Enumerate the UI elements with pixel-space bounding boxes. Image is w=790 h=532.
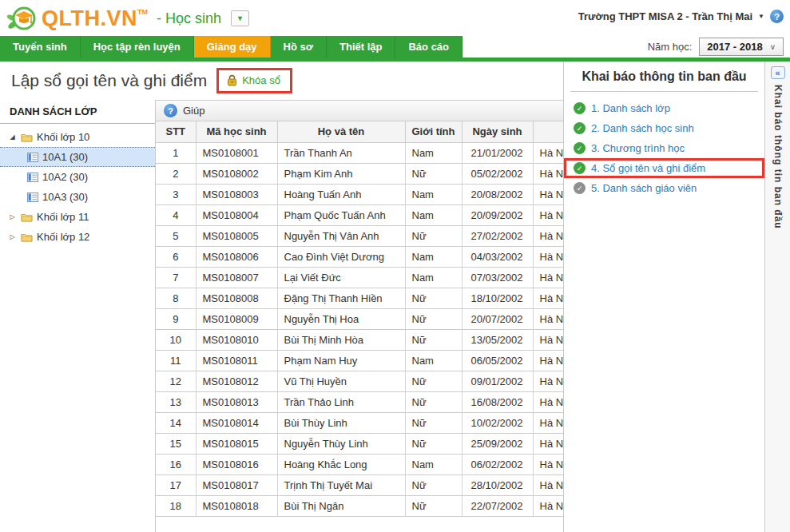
cell-stt: 1 — [156, 142, 196, 163]
nav-tab[interactable]: Hồ sơ — [271, 36, 327, 58]
cell-full-name: Đặng Thị Thanh Hiền — [277, 288, 405, 308]
col-header-birth-place — [533, 121, 563, 142]
tree-folder-label: Khối lớp 12 — [37, 231, 89, 243]
tree-class-item[interactable]: 10A2 (30) — [0, 167, 155, 187]
nav-tab[interactable]: Báo cáo — [395, 36, 462, 58]
school-year-select[interactable]: 2017 - 2018 ∨ — [699, 38, 784, 56]
setup-step-item[interactable]: ✓ 3. Chương trình học — [564, 138, 764, 158]
caret-down-icon[interactable]: ▼ — [758, 13, 764, 20]
help-icon[interactable]: ? — [770, 10, 784, 23]
main-area: Lập sổ gọi tên và ghi điểm Khóa sổ — [0, 62, 790, 532]
account-name[interactable]: Trường THPT MISA 2 - Trần Thị Mai — [578, 10, 752, 22]
table-header: STT Mã học sinh Họ và tên Giới tính Ngày… — [156, 121, 563, 142]
cell-gender: Nữ — [405, 163, 462, 184]
school-year-value: 2017 - 2018 — [707, 41, 762, 53]
lock-register-button[interactable]: Khóa sổ — [227, 74, 280, 86]
cell-birth-place: Hà Nội — [533, 350, 563, 371]
cell-birth-date: 20/07/2002 — [462, 308, 533, 329]
tree-class-item[interactable]: 10A3 (30) — [0, 187, 155, 207]
cell-full-name: Nguyễn Thị Hoa — [277, 308, 405, 329]
steps-list: ✓ 1. Danh sách lớp ✓ 2. Danh sách học si… — [564, 98, 764, 198]
cell-birth-date: 10/02/2002 — [462, 412, 533, 433]
setup-step-item[interactable]: ✓ 5. Danh sách giáo viên — [564, 178, 764, 198]
setup-step-item[interactable]: ✓ 2. Danh sách học sinh — [564, 118, 764, 138]
student-row[interactable]: 8 MS0108008 Đặng Thị Thanh Hiền Nữ 18/10… — [156, 288, 563, 308]
cell-gender: Nữ — [405, 288, 462, 308]
cell-full-name: Trịnh Thị Tuyết Mai — [277, 474, 405, 495]
cell-stt: 17 — [156, 474, 196, 495]
page-title: Lập sổ gọi tên và ghi điểm — [11, 71, 207, 90]
vertical-panel-tab[interactable]: Khai báo thông tin ban đầu — [772, 85, 784, 229]
class-list-icon — [27, 173, 38, 182]
cell-birth-place: Hà Nội — [533, 371, 563, 391]
tree-class-item[interactable]: 10A1 (30) — [0, 147, 155, 167]
help-link[interactable]: Giúp — [183, 105, 204, 117]
student-row[interactable]: 11 MS0108011 Phạm Nam Huy Nam 06/05/2002… — [156, 350, 563, 371]
logo-tm: TM — [137, 8, 148, 16]
sidebar-title: DANH SÁCH LỚP — [0, 100, 155, 124]
cell-full-name: Bùi Thị Ngân — [277, 495, 405, 516]
tree-toggle-icon[interactable]: ▷ — [8, 233, 17, 240]
check-icon: ✓ — [574, 122, 586, 134]
student-row[interactable]: 9 MS0108009 Nguyễn Thị Hoa Nữ 20/07/2002… — [156, 308, 563, 329]
student-row[interactable]: 18 MS0108018 Bùi Thị Ngân Nữ 22/07/2002 … — [156, 495, 563, 516]
cell-gender: Nam — [405, 267, 462, 288]
cell-gender: Nữ — [405, 412, 462, 433]
cell-birth-date: 21/01/2002 — [462, 142, 533, 163]
nav-tab[interactable]: Học tập rèn luyện — [81, 36, 194, 58]
nav-tab[interactable]: Thiết lập — [327, 36, 395, 58]
account-area: Trường THPT MISA 2 - Trần Thị Mai ▼ ? — [578, 10, 784, 23]
cell-gender: Nữ — [405, 308, 462, 329]
student-row[interactable]: 5 MS0108005 Nguyễn Thị Vân Anh Nữ 27/02/… — [156, 225, 563, 246]
cell-gender: Nam — [405, 454, 462, 474]
nav-tab[interactable]: Giảng dạy — [194, 36, 271, 58]
cell-birth-date: 16/08/2002 — [462, 391, 533, 412]
tree-toggle-icon[interactable]: ◢ — [8, 133, 17, 141]
setup-step-item[interactable]: ✓ 4. Sổ gọi tên và ghi điểm — [564, 158, 764, 178]
main-navbar: Tuyển sinh Học tập rèn luyện Giảng dạy H… — [0, 36, 790, 62]
student-row[interactable]: 14 MS0108014 Bùi Thùy Linh Nữ 10/02/2002… — [156, 412, 563, 433]
student-row[interactable]: 15 MS0108015 Nguyễn Thùy Linh Nữ 25/09/2… — [156, 433, 563, 454]
student-row[interactable]: 12 MS0108012 Vũ Thị Huyền Nữ 09/01/2002 … — [156, 371, 563, 391]
cell-student-id: MS0108004 — [196, 204, 277, 225]
collapse-panel-button[interactable]: « — [771, 66, 785, 79]
cell-birth-place: Hà Nội — [533, 433, 563, 454]
tree-folder-label: Khối lớp 11 — [37, 211, 89, 223]
student-row[interactable]: 13 MS0108013 Trần Thảo Linh Nữ 16/08/200… — [156, 391, 563, 412]
student-row[interactable]: 10 MS0108010 Bùi Thị Minh Hòa Nữ 13/05/2… — [156, 329, 563, 350]
student-row[interactable]: 7 MS0108007 Lại Viết Đức Nam 07/03/2002 … — [156, 267, 563, 288]
student-row[interactable]: 6 MS0108006 Cao Đình Việt Dương Nam 04/0… — [156, 246, 563, 267]
student-row[interactable]: 1 MS0108001 Trần Thanh An Nam 21/01/2002… — [156, 142, 563, 163]
setup-step-label: 3. Chương trình học — [591, 142, 685, 154]
student-row[interactable]: 16 MS0108016 Hoàng Khắc Long Nam 06/02/2… — [156, 454, 563, 474]
nav-tab[interactable]: Tuyển sinh — [0, 36, 81, 58]
student-row[interactable]: 17 MS0108017 Trịnh Thị Tuyết Mai Nữ 28/1… — [156, 474, 563, 495]
cell-student-id: MS0108016 — [196, 454, 277, 474]
tree-class-label: 10A1 (30) — [42, 151, 88, 163]
tree-folder-item[interactable]: ▷ Khối lớp 12 — [0, 227, 155, 247]
student-row[interactable]: 2 MS0108002 Phạm Kim Anh Nữ 05/02/2002 H… — [156, 163, 563, 184]
tree-folder-item[interactable]: ▷ Khối lớp 11 — [0, 207, 155, 227]
cell-birth-date: 06/05/2002 — [462, 350, 533, 371]
cell-birth-date: 27/02/2002 — [462, 225, 533, 246]
cell-birth-place: Hà Nội — [533, 495, 563, 516]
cell-stt: 13 — [156, 391, 196, 412]
cell-gender: Nữ — [405, 495, 462, 516]
setup-step-item[interactable]: ✓ 1. Danh sách lớp — [564, 98, 764, 118]
cell-birth-place: Hà Nội — [533, 474, 563, 495]
cell-full-name: Trần Thanh An — [277, 142, 405, 163]
module-scope-dropdown[interactable]: ▼ — [231, 10, 249, 26]
cell-birth-date: 22/07/2002 — [462, 495, 533, 516]
cell-birth-date: 28/10/2002 — [462, 474, 533, 495]
tree-toggle-icon[interactable]: ▷ — [8, 213, 17, 220]
cell-stt: 7 — [156, 267, 196, 288]
help-toolbar: ? Giúp — [156, 100, 563, 121]
cell-full-name: Hoàng Khắc Long — [277, 454, 405, 474]
help-icon[interactable]: ? — [164, 104, 177, 117]
app-window: QLTH.VNTM - Học sinh ▼ Trường THPT MISA … — [0, 0, 790, 532]
tree-folder-item[interactable]: ◢ Khối lớp 10 — [0, 127, 155, 147]
student-row[interactable]: 3 MS0108003 Hoàng Tuấn Anh Nam 20/08/200… — [156, 184, 563, 204]
logo-text: QLTH.VN — [42, 6, 137, 30]
student-row[interactable]: 4 MS0108004 Phạm Quốc Tuấn Anh Nam 20/09… — [156, 204, 563, 225]
lock-icon — [227, 74, 237, 86]
